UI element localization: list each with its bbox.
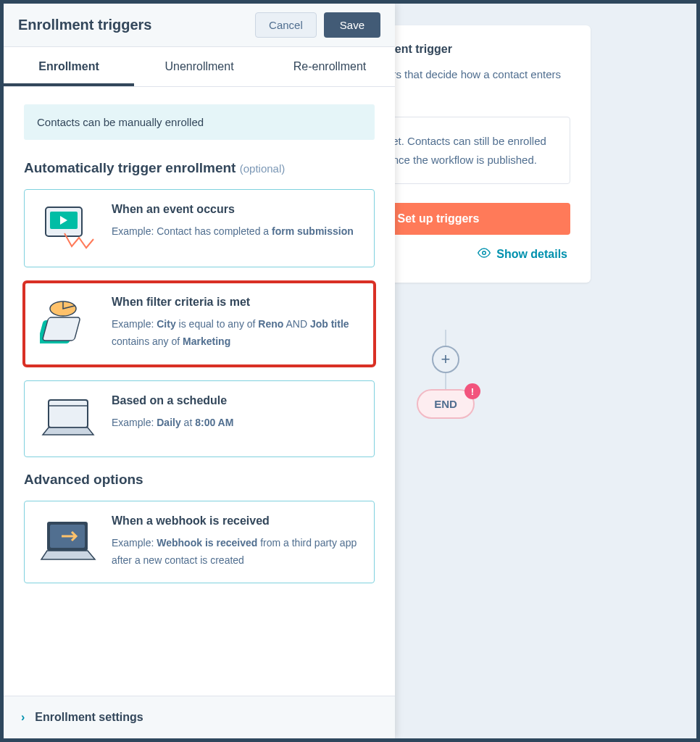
card-example: Example: Daily at 8:00 AM — [112, 414, 233, 432]
enrollment-panel: Enrollment triggers Cancel Save Enrollme… — [4, 4, 395, 738]
webhook-icon — [38, 514, 99, 570]
manual-enroll-banner: Contacts can be manually enrolled — [24, 104, 375, 140]
panel-header: Enrollment triggers Cancel Save — [4, 4, 395, 47]
panel-tabs: Enrollment Unenrollment Re-enrollment — [4, 47, 395, 87]
optional-label: (optional) — [240, 162, 286, 175]
heading-text: Automatically trigger enrollment — [24, 160, 236, 175]
eye-icon — [478, 246, 491, 262]
trigger-option-webhook[interactable]: When a webhook is received Example: Webh… — [24, 501, 375, 583]
card-text: When an event occurs Example: Contact ha… — [112, 203, 354, 254]
card-text: When filter criteria is met Example: Cit… — [112, 296, 361, 352]
connector-line — [445, 373, 446, 389]
connector-line — [445, 330, 446, 346]
header-actions: Cancel Save — [255, 12, 380, 38]
end-label: END — [434, 398, 457, 410]
card-example: Example: Contact has completed a form su… — [112, 223, 354, 241]
workflow-flow: + END ! — [409, 330, 482, 419]
add-step-button[interactable]: + — [432, 346, 459, 373]
alert-icon: ! — [464, 383, 480, 399]
schedule-icon — [38, 394, 99, 443]
svg-point-0 — [483, 251, 486, 255]
auto-trigger-heading: Automatically trigger enrollment (option… — [24, 160, 375, 176]
panel-body: Contacts can be manually enrolled Automa… — [4, 87, 395, 696]
trigger-option-event[interactable]: When an event occurs Example: Contact ha… — [24, 189, 375, 267]
enrollment-settings-row[interactable]: › Enrollment settings — [4, 696, 395, 738]
cancel-button[interactable]: Cancel — [255, 12, 317, 38]
trigger-option-filter[interactable]: When filter criteria is met Example: Cit… — [24, 282, 375, 366]
svg-rect-6 — [42, 317, 80, 341]
card-title: When an event occurs — [112, 203, 354, 216]
card-title: When a webhook is received — [112, 514, 361, 528]
trigger-option-schedule[interactable]: Based on a schedule Example: Daily at 8:… — [24, 380, 375, 457]
panel-title: Enrollment triggers — [18, 17, 151, 33]
enrollment-settings-label: Enrollment settings — [35, 711, 143, 724]
advanced-options-heading: Advanced options — [24, 472, 375, 488]
tab-reenrollment[interactable]: Re-enrollment — [264, 47, 395, 86]
card-title: Based on a schedule — [112, 394, 233, 407]
save-button[interactable]: Save — [324, 12, 380, 38]
chevron-right-icon: › — [21, 711, 25, 724]
card-example: Example: City is equal to any of Reno AN… — [112, 316, 361, 351]
filter-icon — [38, 296, 99, 352]
tab-enrollment[interactable]: Enrollment — [4, 47, 134, 86]
tab-unenrollment[interactable]: Unenrollment — [134, 47, 264, 86]
card-example: Example: Webhook is received from a thir… — [112, 535, 361, 570]
event-icon — [38, 203, 99, 254]
card-title: When filter criteria is met — [112, 296, 361, 309]
end-node[interactable]: END ! — [417, 389, 475, 419]
svg-rect-7 — [49, 400, 88, 428]
show-details-label: Show details — [496, 248, 567, 261]
card-text: When a webhook is received Example: Webh… — [112, 514, 361, 570]
card-text: Based on a schedule Example: Daily at 8:… — [112, 394, 233, 443]
